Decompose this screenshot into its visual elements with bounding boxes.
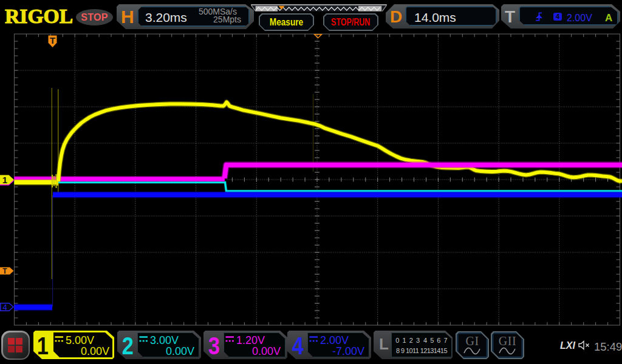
svg-text:4: 4: [2, 303, 7, 312]
svg-text:1: 1: [2, 175, 7, 185]
svg-text:T: T: [2, 267, 7, 275]
svg-text:T: T: [50, 35, 55, 46]
